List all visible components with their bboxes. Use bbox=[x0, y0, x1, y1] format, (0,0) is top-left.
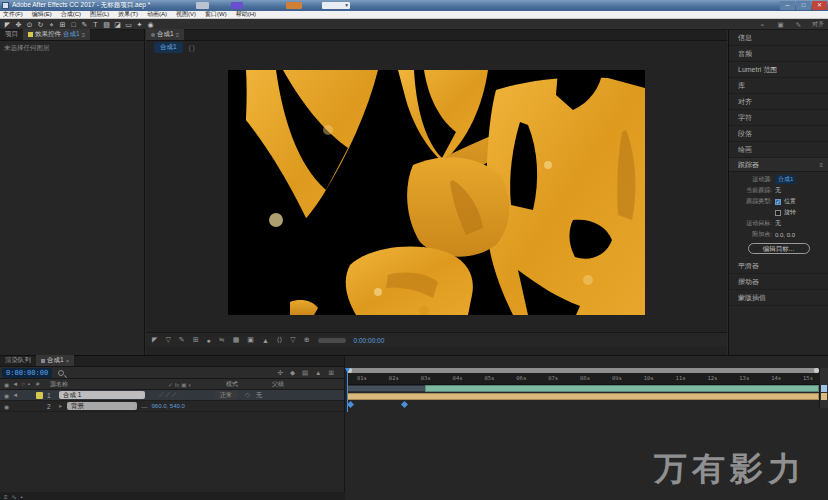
layer-1-duration-bar[interactable] bbox=[347, 385, 819, 392]
tool-icon[interactable]: ✎ bbox=[80, 20, 89, 29]
timeline-bottom-icon[interactable]: ≡ bbox=[4, 494, 8, 500]
panel-menu-icon[interactable]: ≡ bbox=[819, 162, 823, 168]
motion-source-dropdown[interactable]: 合成1 bbox=[775, 175, 796, 184]
pen-small-icon[interactable]: ✎ bbox=[794, 20, 803, 29]
tool-icon[interactable]: ✥ bbox=[14, 20, 23, 29]
tab-render-queue[interactable]: 渲染队列 bbox=[0, 355, 36, 366]
property-value[interactable]: 960.0, 540.0 bbox=[152, 403, 185, 409]
keyframe-icon[interactable] bbox=[401, 401, 408, 408]
timeline-bottom-icon[interactable]: ∿ bbox=[12, 493, 17, 500]
maximize-button[interactable]: □ bbox=[796, 1, 811, 10]
tool-icon[interactable]: ◤ bbox=[3, 20, 12, 29]
menu-item[interactable]: 动画(A) bbox=[147, 10, 167, 19]
tool-icon[interactable]: ▨ bbox=[102, 20, 111, 29]
tool-icon[interactable]: ✦ bbox=[135, 20, 144, 29]
current-time-indicator[interactable] bbox=[347, 368, 348, 412]
comp-toolbar-icon[interactable]: ▦ bbox=[233, 336, 240, 344]
taskbar-chip-dropdown[interactable]: ▾ bbox=[322, 2, 350, 9]
tool-icon[interactable]: ◉ bbox=[146, 20, 155, 29]
panel-header[interactable]: 音频 bbox=[729, 46, 828, 62]
timeline-toggle-icon[interactable]: ▤ bbox=[302, 369, 308, 377]
align-label[interactable]: 对齐 bbox=[812, 20, 824, 29]
snap-icon[interactable]: ⌁ bbox=[758, 20, 767, 29]
keyframe-icon[interactable] bbox=[347, 401, 354, 408]
workspace-icon[interactable]: ▣ bbox=[776, 20, 785, 29]
menu-item[interactable]: 效果(T) bbox=[118, 10, 138, 19]
comp-toolbar-icon[interactable]: ▲ bbox=[262, 337, 269, 344]
menu-item[interactable]: 合成(C) bbox=[61, 10, 81, 19]
menu-item[interactable]: 图层(L) bbox=[90, 10, 109, 19]
panel-header[interactable]: 库 bbox=[729, 78, 828, 94]
time-ruler[interactable]: 01s02s03s04s05s06s07s08s09s10s11s12s13s1… bbox=[347, 373, 819, 385]
layer-row-1[interactable]: ◉◄ 1 合成 1 ⟋ ⟋ ⟋ 正常 ◇ 无 bbox=[0, 390, 344, 401]
tab-timeline-comp[interactable]: 合成1 × bbox=[36, 355, 74, 366]
layer-name-field[interactable]: 背景 bbox=[67, 402, 137, 410]
composition-breadcrumb[interactable]: 合成1 bbox=[154, 42, 183, 53]
menu-item[interactable]: 视图(V) bbox=[176, 10, 196, 19]
tab-effect-controls[interactable]: 效果控件 合成1 ≡ bbox=[23, 29, 90, 40]
comp-timecode[interactable]: 0:00:00:00 bbox=[354, 337, 385, 344]
timeline-toggle-icon[interactable]: ◆ bbox=[290, 369, 295, 377]
mode-column[interactable]: 模式 bbox=[226, 380, 272, 389]
track-scrollbar[interactable] bbox=[819, 368, 828, 408]
tool-icon[interactable]: □ bbox=[69, 20, 78, 29]
magnification-slider[interactable] bbox=[318, 338, 346, 343]
tool-icon[interactable]: ▭ bbox=[124, 20, 133, 29]
tab-project[interactable]: 项目 bbox=[0, 29, 23, 40]
comp-toolbar-icon[interactable]: ≒ bbox=[219, 336, 225, 344]
comp-toolbar-icon[interactable]: ▣ bbox=[247, 336, 254, 344]
timeline-toggle-icon[interactable]: ✣ bbox=[278, 369, 283, 377]
current-time-field[interactable]: 0:00:00:00 bbox=[2, 368, 52, 378]
layer-name-edit-field[interactable]: 合成 1 bbox=[59, 391, 145, 399]
tab-composition[interactable]: 合成1 ≡ bbox=[146, 29, 184, 40]
panel-menu-icon[interactable]: ≡ bbox=[176, 32, 180, 38]
comp-toolbar-icon[interactable]: ◤ bbox=[152, 336, 157, 344]
close-tab-icon[interactable]: × bbox=[66, 358, 70, 364]
label-color-chip[interactable] bbox=[36, 392, 43, 399]
layer-2-duration-bar[interactable] bbox=[347, 393, 819, 400]
panel-header[interactable]: 对齐 bbox=[729, 94, 828, 110]
panel-header[interactable]: 平滑器 bbox=[729, 258, 828, 274]
tracker-panel-header[interactable]: 跟踪器 ≡ bbox=[729, 158, 828, 172]
panel-header[interactable]: 字符 bbox=[729, 110, 828, 126]
composition-viewport[interactable] bbox=[228, 70, 645, 315]
timeline-bottom-icon[interactable]: • bbox=[21, 494, 23, 500]
edit-target-button[interactable]: 编辑目标... bbox=[748, 243, 810, 254]
panel-header[interactable]: 绘画 bbox=[729, 142, 828, 158]
panel-header[interactable]: Lumetri 范围 bbox=[729, 62, 828, 78]
tool-icon[interactable]: ⊙ bbox=[25, 20, 34, 29]
tool-icon[interactable]: ↻ bbox=[36, 20, 45, 29]
comp-toolbar-icon[interactable]: ⊕ bbox=[304, 336, 310, 344]
panel-header[interactable]: 摆动器 bbox=[729, 274, 828, 290]
parent-dropdown[interactable]: 无 bbox=[256, 391, 263, 400]
comp-toolbar-icon[interactable]: ✎ bbox=[179, 336, 185, 344]
eye-icon[interactable]: ◉ bbox=[4, 392, 9, 399]
menu-item[interactable]: 窗口(W) bbox=[205, 10, 227, 19]
comp-toolbar-icon[interactable]: ⊞ bbox=[193, 336, 199, 344]
panel-header[interactable]: 蒙版插值 bbox=[729, 290, 828, 306]
comp-toolbar-icon[interactable]: ▽ bbox=[165, 336, 170, 344]
panel-header[interactable]: 信息 bbox=[729, 30, 828, 46]
panel-header[interactable]: 段落 bbox=[729, 126, 828, 142]
menu-item[interactable]: 帮助(H) bbox=[236, 10, 256, 19]
blend-mode-dropdown[interactable]: 正常 bbox=[215, 391, 237, 399]
source-name-column[interactable]: 源名称 bbox=[50, 380, 168, 389]
position-checkbox[interactable]: ✓ bbox=[775, 199, 781, 205]
panel-menu-icon[interactable]: ≡ bbox=[82, 32, 86, 38]
comp-toolbar-icon[interactable]: ▽ bbox=[290, 336, 295, 344]
search-icon[interactable] bbox=[58, 370, 64, 376]
tool-icon[interactable]: ◪ bbox=[113, 20, 122, 29]
close-button[interactable]: ✕ bbox=[812, 1, 827, 10]
timeline-toggle-icon[interactable]: ▲ bbox=[315, 369, 321, 377]
comp-toolbar-icon[interactable]: ● bbox=[207, 337, 211, 344]
layer-row-2[interactable]: ◉ 2 ▸ 背景 — 960.0, 540.0 bbox=[0, 401, 344, 412]
tool-icon[interactable]: ⊞ bbox=[58, 20, 67, 29]
rotation-checkbox[interactable] bbox=[775, 210, 781, 216]
tool-icon[interactable]: T bbox=[91, 20, 100, 29]
parent-column[interactable]: 父级 bbox=[272, 380, 284, 389]
timeline-toggle-icon[interactable]: ⊞ bbox=[329, 369, 334, 377]
minimize-button[interactable]: ─ bbox=[780, 1, 795, 10]
menu-item[interactable]: 文件(F) bbox=[3, 10, 23, 19]
menu-item[interactable]: 编辑(E) bbox=[32, 10, 52, 19]
comp-toolbar-icon[interactable]: ⟨⟩ bbox=[277, 336, 282, 344]
